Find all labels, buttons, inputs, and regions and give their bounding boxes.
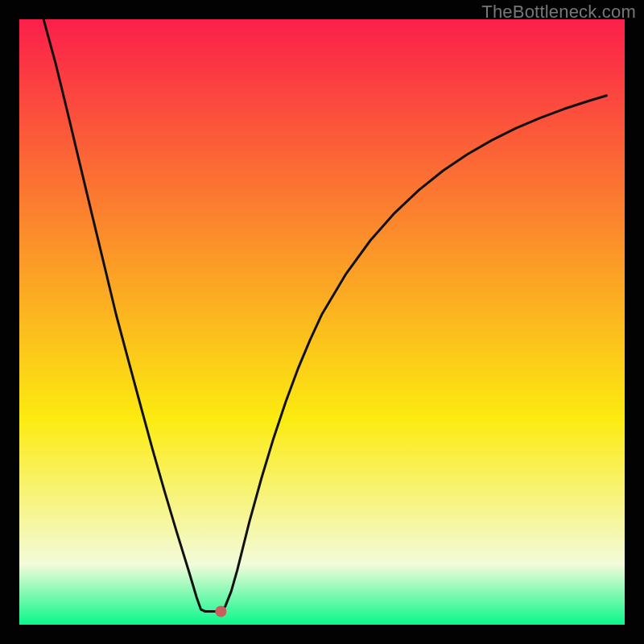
plot-gradient-background	[19, 19, 625, 625]
bottleneck-chart	[0, 0, 644, 644]
chart-container: TheBottleneck.com	[0, 0, 644, 644]
operating-point-marker	[215, 606, 226, 617]
watermark-text: TheBottleneck.com	[481, 2, 636, 23]
